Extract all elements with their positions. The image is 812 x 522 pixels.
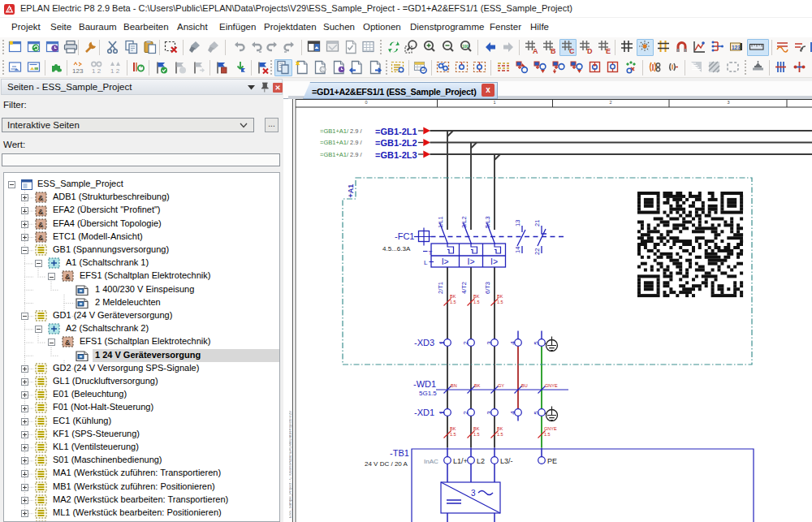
svg-text:=GB1-2L1: =GB1-2L1	[375, 127, 417, 136]
svg-text:-XD3: -XD3	[414, 338, 434, 347]
svg-text:22: 22	[533, 248, 541, 255]
svg-text:L1/+: L1/+	[453, 457, 468, 465]
svg-text:-XD1: -XD1	[414, 408, 434, 417]
svg-text:1/L1: 1/L1	[437, 216, 444, 228]
svg-text:BK: BK	[473, 294, 480, 299]
svg-text:1.5: 1.5	[544, 432, 551, 437]
svg-text:1: 1	[438, 411, 446, 415]
svg-text:=GB1-2L3: =GB1-2L3	[375, 150, 417, 160]
svg-text:4: 4	[509, 411, 516, 415]
svg-text:1 2: 1 2	[92, 67, 102, 75]
svg-text:&: &	[65, 273, 71, 281]
svg-text:GY: GY	[498, 383, 504, 388]
svg-text:L3/-: L3/-	[500, 457, 513, 465]
svg-text:1.5: 1.5	[497, 432, 503, 437]
svg-text:A: A	[533, 47, 538, 55]
svg-text:4/T2: 4/T2	[460, 282, 468, 294]
svg-text:ESS_Sample_Project - C:\Users\: ESS_Sample_Project - C:\Users\Public\EPL…	[289, 411, 292, 518]
svg-text:L2: L2	[477, 457, 485, 465]
svg-text:&: &	[65, 339, 71, 347]
svg-text:3/L2: 3/L2	[460, 216, 468, 228]
svg-text:=GB1+A1/ 2.9 /: =GB1+A1/ 2.9 /	[320, 151, 363, 158]
svg-text:B: B	[551, 47, 556, 55]
svg-text:0: 0	[365, 100, 367, 105]
svg-text:-FC1: -FC1	[395, 231, 414, 241]
svg-text:I>: I>	[467, 257, 474, 266]
svg-text:=GB1+A1/ 2.9 /: =GB1+A1/ 2.9 /	[320, 127, 363, 135]
svg-text:BK: BK	[497, 294, 503, 299]
svg-text:BK: BK	[497, 426, 503, 431]
svg-text:BK: BK	[473, 426, 480, 431]
svg-text:BK: BK	[474, 383, 481, 388]
svg-text:PE: PE	[547, 457, 557, 465]
svg-text:T: T	[429, 249, 433, 257]
svg-text:1.5: 1.5	[497, 300, 503, 304]
svg-text:1: 1	[493, 100, 495, 105]
svg-text:BU: BU	[521, 383, 528, 388]
svg-text:&: &	[38, 234, 44, 242]
svg-text:100: 100	[462, 45, 469, 49]
svg-text:14: 14	[514, 247, 521, 253]
svg-text:I>: I>	[442, 257, 449, 266]
svg-text:GNYE: GNYE	[544, 426, 557, 431]
svg-text:1.5: 1.5	[450, 432, 456, 437]
svg-text:2: 2	[609, 100, 611, 105]
svg-text:&: &	[38, 221, 44, 229]
svg-text:123: 123	[72, 67, 84, 75]
svg-text:13: 13	[514, 220, 521, 226]
svg-text:123: 123	[732, 45, 741, 50]
svg-text:=GB1-2L2: =GB1-2L2	[375, 138, 417, 148]
svg-text:1.5: 1.5	[473, 300, 480, 304]
svg-text:I>: I>	[490, 257, 498, 266]
svg-text:D: D	[587, 47, 593, 55]
svg-text:5/L3: 5/L3	[484, 216, 491, 228]
svg-text:4: 4	[509, 341, 516, 345]
svg-text:5: 5	[533, 341, 540, 345]
svg-text:1 2: 1 2	[110, 67, 120, 75]
svg-text:5G1.5: 5G1.5	[419, 390, 437, 397]
svg-text:1: 1	[438, 341, 446, 345]
svg-text:&: &	[38, 208, 44, 216]
svg-text:2: 2	[462, 341, 469, 345]
svg-text:L: L	[424, 259, 428, 266]
svg-text:C: C	[569, 47, 575, 55]
svg-text:&: &	[38, 194, 44, 202]
svg-text:1.5: 1.5	[450, 300, 456, 304]
svg-text:3: 3	[486, 411, 493, 415]
svg-text:-TB1: -TB1	[390, 448, 409, 458]
svg-text:BN: BN	[451, 383, 457, 388]
svg-text:4.5...6.3A: 4.5...6.3A	[382, 245, 411, 252]
svg-text:-WD1: -WD1	[413, 379, 436, 389]
svg-text:BK: BK	[450, 294, 456, 299]
svg-text:InAC: InAC	[424, 458, 438, 465]
svg-text:6/T3: 6/T3	[484, 282, 491, 294]
svg-text:3: 3	[471, 489, 476, 498]
svg-text:5: 5	[533, 411, 540, 415]
svg-text:2: 2	[462, 411, 469, 415]
svg-text:3: 3	[486, 341, 493, 345]
svg-text:21: 21	[533, 220, 541, 226]
svg-text:GNYE: GNYE	[545, 383, 558, 388]
svg-text:24 V DC / 20 A: 24 V DC / 20 A	[365, 460, 408, 468]
svg-text:E: E	[606, 47, 611, 55]
svg-text:BK: BK	[450, 426, 456, 431]
svg-text:1.5: 1.5	[473, 432, 480, 437]
svg-text:+A1: +A1	[347, 184, 355, 198]
svg-text:3: 3	[727, 100, 729, 105]
svg-text:2/T1: 2/T1	[437, 282, 444, 294]
svg-text:=GB1+A1/ 2.9 /: =GB1+A1/ 2.9 /	[320, 139, 363, 146]
